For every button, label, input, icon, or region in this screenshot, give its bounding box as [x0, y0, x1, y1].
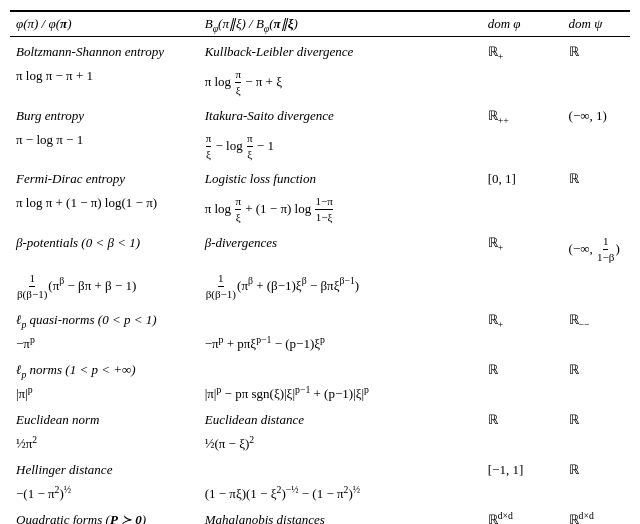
table-row: ½π2 ½(π − ξ)2 [10, 432, 630, 455]
formula-bphi-5: −πp + pπξp−1 − (p−1)ξp [199, 332, 482, 355]
formula-phi-2: π − log π − 1 [10, 128, 199, 165]
formula-phi-5: −πp [10, 332, 199, 355]
dom-psi-6: ℝ [563, 355, 630, 382]
header-col1: φ(π) / φ(π) [10, 11, 199, 37]
table-row: −πp −πp + pπξp−1 − (p−1)ξp [10, 332, 630, 355]
table-row: 1β(β−1)(πβ − βπ + β − 1) 1β(β−1)(πβ + (β… [10, 268, 630, 305]
entry-name-9: Quadratic forms (P ≻ 0) [10, 505, 199, 525]
formula-bphi-1: π log πξ − π + ξ [199, 64, 482, 101]
formula-phi-8: −(1 − π2)½ [10, 482, 199, 505]
bregman-name-5 [199, 305, 482, 332]
dom-phi-8: [−1, 1] [482, 455, 563, 482]
header-col3: dom φ [482, 11, 563, 37]
table-row: Fermi-Dirac entropy Logistic loss functi… [10, 164, 630, 191]
main-table: φ(π) / φ(π) Bφ(π‖ξ) / Bφ(π‖ξ) dom φ dom … [10, 10, 630, 524]
dom-psi-4: (−∞, 11−β) [563, 228, 630, 269]
table-row: Hellinger distance [−1, 1] ℝ [10, 455, 630, 482]
dom-phi-9: ℝd×d [482, 505, 563, 525]
dom-phi-3: [0, 1] [482, 164, 563, 191]
table-row: ℓp quasi-norms (0 < p < 1) ℝ+ ℝ−− [10, 305, 630, 332]
header-col2: Bφ(π‖ξ) / Bφ(π‖ξ) [199, 11, 482, 37]
dom-psi-8: ℝ [563, 455, 630, 482]
dom-psi-9: ℝd×d [563, 505, 630, 525]
formula-phi-1: π log π − π + 1 [10, 64, 199, 101]
table-row: Euclidean norm Euclidean distance ℝ ℝ [10, 405, 630, 432]
formula-phi-4: 1β(β−1)(πβ − βπ + β − 1) [10, 268, 199, 305]
entry-name-7: Euclidean norm [10, 405, 199, 432]
bregman-name-1: Kullback-Leibler divergence [199, 37, 482, 65]
table-row: π log π − π + 1 π log πξ − π + ξ [10, 64, 630, 101]
dom-psi-7: ℝ [563, 405, 630, 432]
dom-psi-5: ℝ−− [563, 305, 630, 332]
table-row: Quadratic forms (P ≻ 0) Mahalanobis dist… [10, 505, 630, 525]
dom-phi-6: ℝ [482, 355, 563, 382]
dom-phi-5: ℝ+ [482, 305, 563, 332]
entry-name-4: β-potentials (0 < β < 1) [10, 228, 199, 269]
formula-phi-3: π log π + (1 − π) log(1 − π) [10, 191, 199, 228]
dom-phi-1: ℝ+ [482, 37, 563, 65]
bregman-name-9: Mahalanobis distances [199, 505, 482, 525]
formula-bphi-3: π log πξ + (1 − π) log 1−π1−ξ [199, 191, 482, 228]
formula-bphi-2: πξ − log πξ − 1 [199, 128, 482, 165]
formula-bphi-4: 1β(β−1)(πβ + (β−1)ξβ − βπξβ−1) [199, 268, 482, 305]
entry-name-5: ℓp quasi-norms (0 < p < 1) [10, 305, 199, 332]
table-row: Boltzmann-Shannon entropy Kullback-Leibl… [10, 37, 630, 65]
formula-bphi-7: ½(π − ξ)2 [199, 432, 482, 455]
table-row: ℓp norms (1 < p < +∞) ℝ ℝ [10, 355, 630, 382]
main-container: φ(π) / φ(π) Bφ(π‖ξ) / Bφ(π‖ξ) dom φ dom … [10, 10, 630, 524]
bregman-name-8 [199, 455, 482, 482]
table-row: Burg entropy Itakura-Saito divergence ℝ+… [10, 101, 630, 128]
entry-name-8: Hellinger distance [10, 455, 199, 482]
entry-name-2: Burg entropy [10, 101, 199, 128]
bregman-name-7: Euclidean distance [199, 405, 482, 432]
header-col4: dom ψ [563, 11, 630, 37]
entry-name-1: Boltzmann-Shannon entropy [10, 37, 199, 65]
dom-phi-4: ℝ+ [482, 228, 563, 269]
formula-phi-7: ½π2 [10, 432, 199, 455]
table-row: |π|p |π|p − pπ sgn(ξ)|ξ|p−1 + (p−1)|ξ|p [10, 382, 630, 405]
bregman-name-3: Logistic loss function [199, 164, 482, 191]
bregman-name-4: β-divergences [199, 228, 482, 269]
entry-name-6: ℓp norms (1 < p < +∞) [10, 355, 199, 382]
dom-psi-2: (−∞, 1) [563, 101, 630, 128]
table-row: β-potentials (0 < β < 1) β-divergences ℝ… [10, 228, 630, 269]
table-row: −(1 − π2)½ (1 − πξ)(1 − ξ2)−½ − (1 − π2)… [10, 482, 630, 505]
table-row: π − log π − 1 πξ − log πξ − 1 [10, 128, 630, 165]
table-row: π log π + (1 − π) log(1 − π) π log πξ + … [10, 191, 630, 228]
dom-phi-2: ℝ++ [482, 101, 563, 128]
formula-bphi-8: (1 − πξ)(1 − ξ2)−½ − (1 − π2)½ [199, 482, 482, 505]
bregman-name-6 [199, 355, 482, 382]
entry-name-3: Fermi-Dirac entropy [10, 164, 199, 191]
bregman-name-2: Itakura-Saito divergence [199, 101, 482, 128]
dom-phi-7: ℝ [482, 405, 563, 432]
dom-psi-3: ℝ [563, 164, 630, 191]
dom-psi-1: ℝ [563, 37, 630, 65]
formula-bphi-6: |π|p − pπ sgn(ξ)|ξ|p−1 + (p−1)|ξ|p [199, 382, 482, 405]
formula-phi-6: |π|p [10, 382, 199, 405]
